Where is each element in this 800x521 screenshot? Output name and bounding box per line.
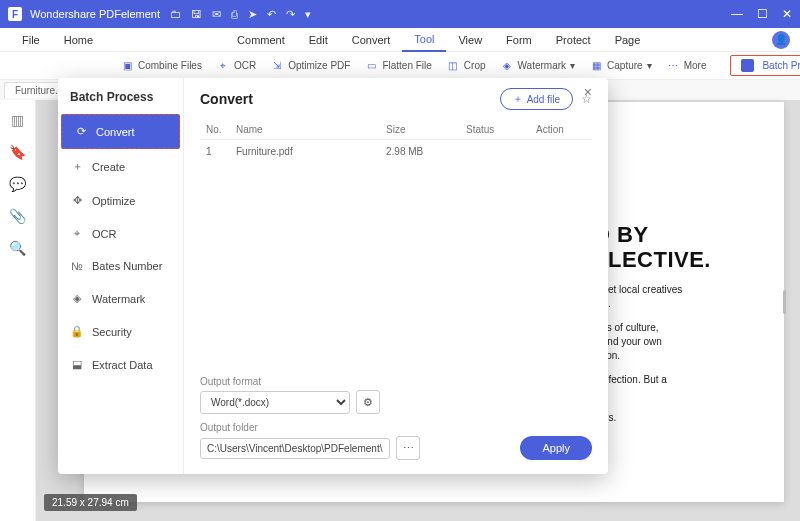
left-sidebar: ▥ 🔖 💬 📎 🔍 [0,100,36,521]
output-format-label: Output format [200,376,592,387]
close-icon[interactable]: ✕ [782,7,792,21]
batch-item-security[interactable]: 🔒Security [58,315,183,348]
ocr-icon: ⌖ [216,59,230,73]
user-avatar-icon[interactable]: 👤 [772,31,790,49]
maximize-icon[interactable]: ☐ [757,7,768,21]
apply-button[interactable]: Apply [520,436,592,460]
tool-more[interactable]: ⋯More [666,59,707,73]
output-format-select[interactable]: Word(*.docx) [200,391,350,414]
optimize-icon: ⇲ [270,59,284,73]
page-dimensions: 21.59 x 27.94 cm [44,494,137,511]
more-icon: ⋯ [666,59,680,73]
menu-form[interactable]: Form [494,34,544,46]
open-icon[interactable]: 🗀 [170,8,181,20]
table-row[interactable]: 1 Furniture.pdf 2.98 MB [200,140,592,164]
search-icon[interactable]: 🔍 [9,240,26,256]
batch-item-convert[interactable]: ⟳Convert [61,114,180,149]
batch-sidebar: Batch Process ⟳Convert ＋Create ✥Optimize… [58,78,184,474]
batch-item-bates[interactable]: №Bates Number [58,250,183,282]
batch-main: × Convert ＋Add file ☆ No. Name Size Stat… [184,78,608,474]
thumbnails-icon[interactable]: ▥ [11,112,24,128]
flatten-icon: ▭ [364,59,378,73]
tool-crop[interactable]: ◫Crop [446,59,486,73]
batch-item-create[interactable]: ＋Create [58,149,183,184]
watermark-icon: ◈ [70,292,84,305]
convert-icon: ⟳ [74,125,88,138]
menu-tool[interactable]: Tool [402,28,446,52]
col-no: No. [200,120,230,140]
output-format-settings-button[interactable]: ⚙ [356,390,380,414]
batch-item-watermark[interactable]: ◈Watermark [58,282,183,315]
menu-page[interactable]: Page [603,34,653,46]
lock-icon: 🔒 [70,325,84,338]
batch-item-optimize[interactable]: ✥Optimize [58,184,183,217]
batch-header: Batch Process [58,78,183,114]
tool-batch-process[interactable]: Batch Process [730,55,800,76]
col-action: Action [530,120,592,140]
extract-icon: ⬓ [70,358,84,371]
menu-bar: File Home Comment Edit Convert Tool View… [0,28,800,52]
ocr-icon: ⌖ [70,227,84,240]
add-file-button[interactable]: ＋Add file [500,88,573,110]
capture-icon: ▦ [589,59,603,73]
ellipsis-icon: ⋯ [403,442,414,455]
output-folder-input[interactable] [200,438,390,459]
menu-edit[interactable]: Edit [297,34,340,46]
col-size: Size [380,120,460,140]
menu-protect[interactable]: Protect [544,34,603,46]
dropdown-icon[interactable]: ▾ [305,8,311,21]
app-logo-icon: F [8,7,22,21]
col-status: Status [460,120,530,140]
page-text: D BYLLECTIVE. meet local creativesers. t… [594,222,764,425]
print-icon[interactable]: ⎙ [231,8,238,20]
batch-icon [741,59,754,72]
output-folder-label: Output folder [200,422,592,433]
batch-item-extract[interactable]: ⬓Extract Data [58,348,183,381]
tool-flatten[interactable]: ▭Flatten File [364,59,431,73]
gear-icon: ⚙ [363,396,373,409]
menu-convert[interactable]: Convert [340,34,403,46]
scrollbar-thumb[interactable] [783,290,786,314]
title-bar: F Wondershare PDFelement 🗀 🖫 ✉ ⎙ ➤ ↶ ↷ ▾… [0,0,800,28]
undo-icon[interactable]: ↶ [267,8,276,21]
bookmark-icon[interactable]: 🔖 [9,144,26,160]
combine-icon: ▣ [120,59,134,73]
menu-home[interactable]: Home [52,34,105,46]
file-table: No. Name Size Status Action 1 Furniture.… [200,120,592,163]
plus-icon: ＋ [513,92,523,106]
crop-icon: ◫ [446,59,460,73]
tool-optimize[interactable]: ⇲Optimize PDF [270,59,350,73]
bates-icon: № [70,260,84,272]
tool-ocr[interactable]: ⌖OCR [216,59,256,73]
menu-view[interactable]: View [446,34,494,46]
tool-combine-files[interactable]: ▣Combine Files [120,59,202,73]
tool-ribbon: ▣Combine Files ⌖OCR ⇲Optimize PDF ▭Flatt… [0,52,800,80]
batch-main-title: Convert [200,91,253,107]
comments-icon[interactable]: 💬 [9,176,26,192]
quick-access-toolbar: 🗀 🖫 ✉ ⎙ ➤ ↶ ↷ ▾ [170,8,311,21]
col-name: Name [230,120,380,140]
minimize-icon[interactable]: — [731,7,743,21]
chevron-down-icon: ▾ [647,60,652,71]
app-title: Wondershare PDFelement [30,8,160,20]
batch-process-panel: Batch Process ⟳Convert ＋Create ✥Optimize… [58,78,608,474]
watermark-icon: ◈ [500,59,514,73]
browse-folder-button[interactable]: ⋯ [396,436,420,460]
menu-file[interactable]: File [10,34,52,46]
menu-comment[interactable]: Comment [225,34,297,46]
batch-item-ocr[interactable]: ⌖OCR [58,217,183,250]
mail-icon[interactable]: ✉ [212,8,221,21]
tool-watermark[interactable]: ◈Watermark▾ [500,59,576,73]
share-icon[interactable]: ➤ [248,8,257,21]
optimize-icon: ✥ [70,194,84,207]
window-controls: — ☐ ✕ [731,7,792,21]
tool-capture[interactable]: ▦Capture▾ [589,59,652,73]
attachments-icon[interactable]: 📎 [9,208,26,224]
create-icon: ＋ [70,159,84,174]
redo-icon[interactable]: ↷ [286,8,295,21]
chevron-down-icon: ▾ [570,60,575,71]
save-icon[interactable]: 🖫 [191,8,202,20]
panel-close-icon[interactable]: × [578,78,598,106]
